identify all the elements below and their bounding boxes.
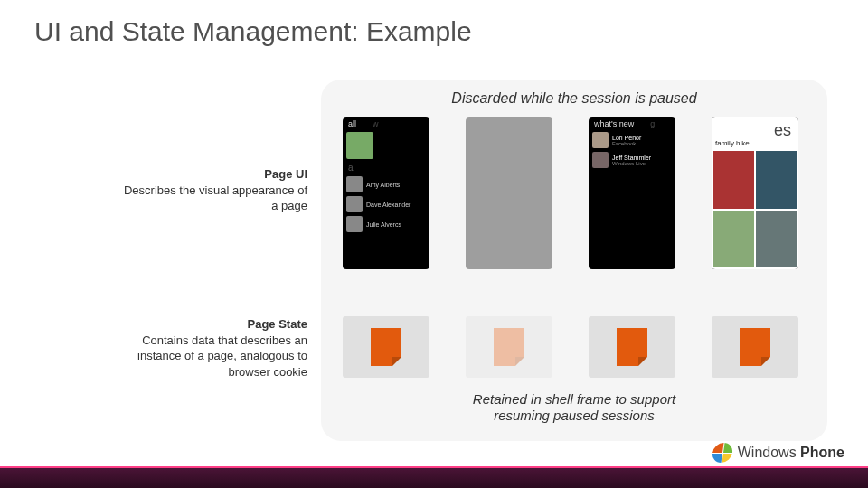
phone4-header: es — [712, 117, 798, 137]
state-icon-2 — [466, 316, 552, 378]
discarded-caption: Discarded while the session is paused — [321, 90, 827, 107]
phone-feed: what's new g Lori Penor Facebook Jeff St… — [589, 117, 675, 269]
contact-2: Dave Alexander — [366, 202, 410, 208]
windows-phone-brand: Windows Phone — [712, 443, 844, 463]
document-icon — [740, 328, 770, 366]
brand-right: Phone — [800, 445, 844, 460]
windows-logo-icon — [711, 443, 733, 463]
page-ui-desc: Describes the visual appearance of a pag… — [123, 183, 307, 214]
phone-contacts: all w a Amy Alberts Dave Alexander Julie… — [343, 117, 429, 269]
document-icon — [371, 328, 401, 366]
feed-sub-2: Windows Live — [612, 161, 651, 166]
page-state-label: Page State Contains data that describes … — [123, 316, 307, 380]
phone1-tab-all: all — [343, 117, 362, 130]
state-icon-4 — [712, 316, 798, 378]
phone1-tab-secondary: w — [367, 117, 384, 130]
state-icon-3 — [589, 316, 675, 378]
slide-title: UI and State Management: Example — [34, 16, 472, 47]
brand-left: Windows — [738, 445, 797, 460]
document-icon — [617, 328, 647, 366]
contact-3: Julie Alvercs — [366, 221, 401, 228]
state-icon-row — [321, 316, 827, 378]
example-panel: Discarded while the session is paused al… — [321, 80, 827, 441]
page-state-desc: Contains data that describes an instance… — [123, 333, 307, 380]
phone3-tab-main: what's new — [589, 117, 639, 130]
feed-sub-1: Facebook — [612, 141, 641, 146]
album-grid — [712, 149, 798, 269]
state-icon-1 — [343, 316, 429, 378]
contact-1: Amy Alberts — [366, 182, 400, 188]
phone-album: es family hike — [712, 117, 798, 269]
feed-name-2: Jeff Stammler — [612, 155, 651, 161]
page-ui-label: Page UI Describes the visual appearance … — [123, 166, 307, 214]
phone3-tab-secondary: g — [645, 117, 660, 130]
document-icon — [494, 328, 524, 366]
retained-caption: Retained in shell frame to support resum… — [321, 391, 827, 426]
feed-name-1: Lori Penor — [612, 135, 641, 141]
page-state-heading: Page State — [123, 316, 307, 333]
phone-placeholder — [466, 117, 552, 269]
page-ui-heading: Page UI — [123, 166, 307, 183]
phone-row: all w a Amy Alberts Dave Alexander Julie… — [321, 117, 827, 269]
album-title: family hike — [712, 137, 798, 149]
footer-bar — [0, 468, 868, 488]
